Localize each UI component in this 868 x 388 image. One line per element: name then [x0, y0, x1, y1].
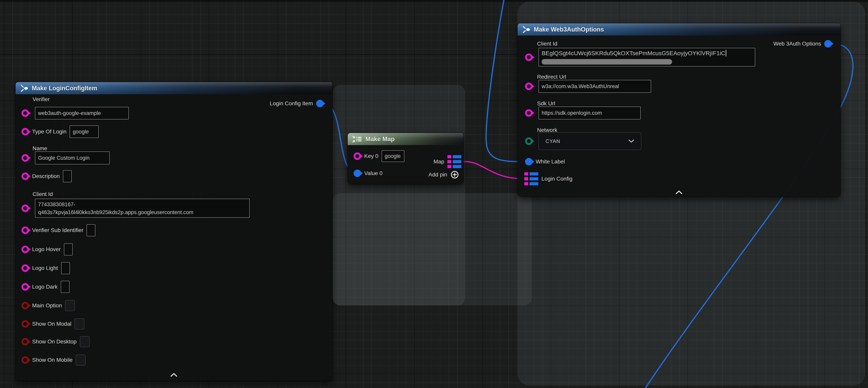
type-of-login-field-text: google [73, 129, 89, 135]
pin-network[interactable] [525, 138, 532, 145]
client-id-scrollbar[interactable] [541, 59, 752, 65]
network-dropdown[interactable]: CYAN [538, 132, 641, 150]
pin-row-value-0: Value 0 [353, 170, 382, 177]
pin-logo-light[interactable] [22, 264, 29, 272]
pin-value-0[interactable] [353, 170, 361, 177]
pin-label-white-label: White Label [536, 158, 565, 165]
pin-login-config-item-output[interactable] [316, 100, 323, 107]
pin-label-logo-light: Logo Light [32, 265, 58, 271]
pin-label-show-on-mobile: Show On Mobile [32, 357, 72, 363]
pin-row-show-on-modal: Show On Modal [22, 319, 84, 329]
pin-row-client-id: BEglQSgt4cUWcj6SKRdu5QkOXTsePmMcusG5EAoy… [525, 48, 755, 67]
client-id-field-line2: q463s7kpvja16l4l0kko3nb925ikds2p.apps.go… [38, 208, 193, 216]
pin-client-id[interactable] [22, 204, 29, 212]
pin-key-0[interactable] [353, 152, 361, 160]
pin-logo-hover[interactable] [22, 246, 29, 253]
pin-label-logo-dark: Logo Dark [32, 284, 58, 290]
client-id-field-line1: 774338308167- [38, 200, 75, 208]
pin-show-on-mobile[interactable] [22, 356, 29, 364]
scrollbar-thumb[interactable] [541, 59, 672, 65]
node-header-make-map[interactable]: Make Map [348, 133, 463, 145]
pin-row-white-label: White Label [525, 158, 565, 166]
wire-map-to-loginconfig[interactable] [464, 162, 522, 179]
show-on-modal-checkbox[interactable] [74, 319, 84, 329]
pin-web3auth-options-output[interactable] [824, 40, 832, 48]
logo-dark-field[interactable] [61, 281, 69, 293]
pin-show-on-modal[interactable] [22, 320, 29, 328]
make-struct-icon [522, 26, 531, 33]
client-id-field[interactable]: 774338308167- q463s7kpvja16l4l0kko3nb925… [35, 199, 250, 218]
pin-map-output[interactable] [447, 155, 461, 168]
pin-label-client-id: Client Id [537, 40, 557, 47]
pin-redirect-url[interactable] [525, 83, 532, 90]
verifier-sub-identifier-field[interactable] [87, 224, 95, 236]
chevron-up-icon [675, 190, 683, 195]
add-pin-row: Add pin [429, 170, 459, 179]
pin-label-verifier: Verifier [33, 96, 50, 102]
text-cursor [726, 50, 726, 57]
pin-label-sdk-url: Sdk Url [537, 100, 555, 107]
pin-label-show-on-modal: Show On Modal [32, 321, 71, 327]
chevron-up-icon [169, 372, 178, 377]
pin-name[interactable] [22, 154, 29, 162]
pin-row-show-on-mobile: Show On Mobile [22, 355, 86, 365]
pin-client-id[interactable] [525, 53, 532, 61]
node-make-web3authoptions[interactable]: Make Web3AuthOptions Web 3Auth Options C… [518, 23, 840, 197]
logo-light-field[interactable] [61, 262, 70, 274]
pin-row-name: Google Custom Login [22, 151, 110, 165]
pin-row-show-on-desktop: Show On Desktop [22, 336, 90, 347]
pin-label-client-id: Client Id [33, 191, 53, 197]
network-dropdown-value: CYAN [546, 138, 560, 144]
key-0-field[interactable]: google [381, 150, 404, 162]
main-option-checkbox[interactable] [65, 300, 75, 311]
blueprint-graph-canvas[interactable]: Make LoginConfigItem Login Config Item V… [0, 0, 868, 388]
node-make-loginconfigitem[interactable]: Make LoginConfigItem Login Config Item V… [16, 82, 332, 381]
collapse-node-button[interactable] [675, 190, 683, 195]
sdk-url-field[interactable]: https://sdk.openlogin.com [538, 107, 641, 119]
pin-show-on-desktop[interactable] [22, 338, 29, 346]
pin-label-redirect-url: Redirect Url [537, 74, 566, 80]
add-pin-button[interactable] [451, 170, 459, 179]
node-header-make-loginconfigitem[interactable]: Make LoginConfigItem [16, 82, 332, 94]
key-0-field-text: google [385, 153, 401, 159]
sdk-url-field-text: https://sdk.openlogin.com [541, 110, 602, 116]
pin-label-main-option: Main Option [32, 302, 62, 309]
pin-row-network: CYAN [525, 132, 641, 150]
description-field[interactable] [63, 170, 72, 182]
pin-description[interactable] [22, 173, 29, 180]
node-header-make-web3authoptions[interactable]: Make Web3AuthOptions [518, 23, 840, 35]
pin-logo-dark[interactable] [22, 283, 29, 291]
pin-row-login-config-item-output: Login Config Item [270, 100, 323, 107]
collapse-node-button[interactable] [169, 372, 178, 377]
pin-label-key-0: Key 0 [364, 153, 378, 159]
pin-white-label[interactable] [525, 158, 532, 166]
pin-label-show-on-desktop: Show On Desktop [32, 338, 77, 345]
logo-hover-field[interactable] [64, 243, 73, 256]
pin-row-sdk-url: https://sdk.openlogin.com [525, 107, 641, 119]
pin-label-map: Map [434, 158, 444, 165]
pin-login-config[interactable] [524, 172, 538, 185]
chevron-down-icon [628, 139, 634, 143]
name-field[interactable]: Google Custom Login [35, 151, 110, 165]
pin-row-logo-hover: Logo Hover [22, 243, 73, 256]
pin-type-of-login[interactable] [22, 128, 29, 136]
name-field-text: Google Custom Login [38, 155, 90, 161]
pin-row-redirect-url: w3a://com.w3a.Web3AuthUnreal [525, 80, 651, 93]
show-on-mobile-checkbox[interactable] [76, 355, 86, 365]
pin-row-verifier: web3auth-google-example [22, 107, 129, 119]
pin-verifier[interactable] [22, 110, 29, 117]
pin-sdk-url[interactable] [525, 109, 532, 117]
show-on-desktop-checkbox[interactable] [80, 336, 90, 347]
node-make-map[interactable]: Make Map Key 0 google Value 0 Map Add pi… [348, 133, 463, 184]
pin-main-option[interactable] [22, 302, 29, 309]
redirect-url-field[interactable]: w3a://com.w3a.Web3AuthUnreal [538, 80, 651, 93]
pin-label-description: Description [32, 173, 60, 179]
verifier-field[interactable]: web3auth-google-example [35, 107, 129, 119]
type-of-login-field[interactable]: google [69, 125, 99, 138]
pin-row-web3auth-options-output: Web 3Auth Options [773, 40, 832, 48]
pin-row-type-of-login: Type Of Login google [22, 125, 99, 138]
add-pin-label: Add pin [429, 172, 447, 178]
pin-verifier-sub-identifier[interactable] [22, 227, 29, 234]
client-id-field-text: BEglQSgt4cUWcj6SKRdu5QkOXTsePmMcusG5EAoy… [541, 50, 725, 57]
client-id-field[interactable]: BEglQSgt4cUWcj6SKRdu5QkOXTsePmMcusG5EAoy… [538, 48, 755, 67]
